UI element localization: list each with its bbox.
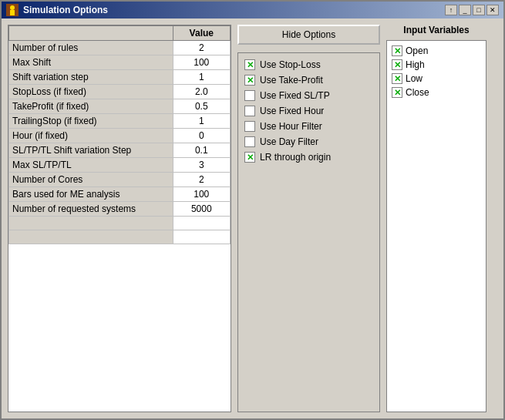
row-value[interactable]: 100 [173,187,230,202]
middle-panel: Hide Options Use Stop-LossUse Take-Profi… [237,25,380,412]
table-row: Shift variation step1 [9,70,231,85]
row-label: Number of requested systems [9,202,173,217]
checkbox-lr-origin[interactable] [244,152,255,163]
checkbox-day-filter[interactable] [244,136,255,147]
row-label: Number of Cores [9,173,173,187]
var-label: High [406,59,425,70]
var-label: Low [406,73,423,84]
checkbox-fixed-sltp[interactable] [244,90,255,101]
var-item[interactable]: Open [392,45,481,56]
main-window: Simulation Options ↑ _ □ ✕ Value [0,0,505,420]
data-table-container: Value Number of rules2Max Shift100Shift … [8,25,231,412]
option-item-take-profit[interactable]: Use Take-Profit [244,75,373,86]
empty-cell [9,217,173,230]
var-checkbox[interactable] [392,45,402,56]
row-value[interactable]: 2 [173,41,230,55]
svg-rect-3 [8,12,10,15]
table-row: TrailingStop (if fixed)1 [9,114,231,129]
checkbox-stop-loss[interactable] [244,59,255,70]
empty-cell [9,230,173,244]
option-label-take-profit: Use Take-Profit [260,75,323,86]
table-row: SL/TP/TL Shift variation Step0.1 [9,143,231,158]
input-vars-title: Input Variables [386,25,486,35]
empty-row [9,217,231,230]
option-label-hour-filter: Use Hour Filter [260,121,322,132]
row-label: Max Shift [9,55,173,70]
close-button[interactable]: ✕ [486,5,499,15]
table-row: Number of requested systems5000 [9,202,231,217]
var-item[interactable]: Close [392,87,481,98]
option-label-fixed-hour: Use Fixed Hour [260,106,324,116]
table-row: TakeProfit (if fixed)0.5 [9,99,231,114]
option-label-fixed-sltp: Use Fixed SL/TP [260,90,330,101]
maximize-button[interactable]: □ [473,5,485,15]
row-value[interactable]: 1 [173,70,230,85]
row-label: Shift variation step [9,70,173,85]
table-row: Hour (if fixed)0 [9,129,231,143]
options-box: Use Stop-LossUse Take-ProfitUse Fixed SL… [237,52,380,412]
title-bar: Simulation Options ↑ _ □ ✕ [2,2,503,18]
input-vars-box: OpenHighLowClose [386,40,486,412]
empty-cell [173,230,230,244]
hide-options-button[interactable]: Hide Options [237,25,380,45]
row-value[interactable]: 0.1 [173,143,230,158]
simulation-table: Value Number of rules2Max Shift100Shift … [8,25,231,244]
svg-rect-2 [10,10,15,15]
row-value[interactable]: 1 [173,114,230,129]
row-label: Hour (if fixed) [9,129,173,143]
var-checkbox[interactable] [392,87,402,98]
table-row: StopLoss (if fixed)2.0 [9,85,231,99]
checkbox-fixed-hour[interactable] [244,106,255,116]
table-row: Max Shift100 [9,55,231,70]
row-label: StopLoss (if fixed) [9,85,173,99]
row-value[interactable]: 5000 [173,202,230,217]
option-item-hour-filter[interactable]: Use Hour Filter [244,121,373,132]
row-label: TrailingStop (if fixed) [9,114,173,129]
var-checkbox[interactable] [392,59,402,70]
title-bar-left: Simulation Options [6,4,108,16]
col-header-value: Value [173,26,230,41]
table-row: Number of Cores2 [9,173,231,187]
checkbox-hour-filter[interactable] [244,121,255,132]
svg-point-1 [10,5,15,10]
row-value[interactable]: 0 [173,129,230,143]
content-area: Value Number of rules2Max Shift100Shift … [2,18,503,418]
row-value[interactable]: 2 [173,173,230,187]
title-bar-controls: ↑ _ □ ✕ [445,5,499,15]
row-label: Number of rules [9,41,173,55]
option-label-lr-origin: LR through origin [260,152,331,163]
option-item-lr-origin[interactable]: LR through origin [244,152,373,163]
option-item-fixed-sltp[interactable]: Use Fixed SL/TP [244,90,373,101]
row-value[interactable]: 2.0 [173,85,230,99]
option-item-stop-loss[interactable]: Use Stop-Loss [244,59,373,70]
col-header-label [9,26,173,41]
empty-cell [173,217,230,230]
var-label: Close [406,87,429,98]
row-label: TakeProfit (if fixed) [9,99,173,114]
option-label-stop-loss: Use Stop-Loss [260,59,321,70]
row-label: SL/TP/TL Shift variation Step [9,143,173,158]
row-value[interactable]: 3 [173,158,230,173]
svg-rect-4 [15,12,16,15]
var-item[interactable]: High [392,59,481,70]
checkbox-take-profit[interactable] [244,75,255,86]
window-title: Simulation Options [23,5,108,15]
table-row: Number of rules2 [9,41,231,55]
table-row: Max SL/TP/TL3 [9,158,231,173]
row-label: Max SL/TP/TL [9,158,173,173]
option-label-day-filter: Use Day Filter [260,136,318,147]
row-value[interactable]: 100 [173,55,230,70]
option-item-fixed-hour[interactable]: Use Fixed Hour [244,106,373,116]
var-label: Open [406,45,428,56]
app-icon [6,4,19,16]
option-item-day-filter[interactable]: Use Day Filter [244,136,373,147]
right-panel: Input Variables OpenHighLowClose [386,25,486,412]
var-checkbox[interactable] [392,73,402,84]
row-label: Bars used for ME analysis [9,187,173,202]
empty-row [9,230,231,244]
up-arrow-button[interactable]: ↑ [445,5,457,15]
minimize-button[interactable]: _ [459,5,471,15]
left-panel: Value Number of rules2Max Shift100Shift … [8,25,231,412]
var-item[interactable]: Low [392,73,481,84]
row-value[interactable]: 0.5 [173,99,230,114]
